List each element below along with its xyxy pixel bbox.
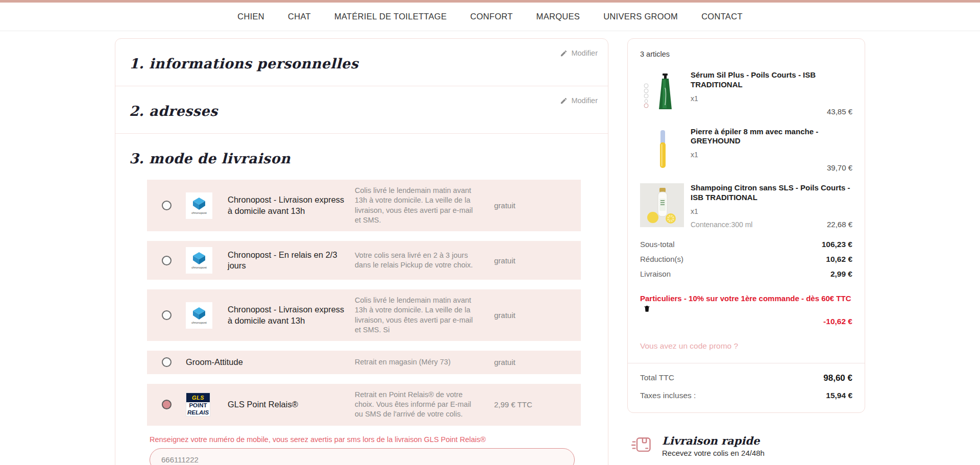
- cart-item: Pierre à épiler 8 mm avec manche - GREYH…: [640, 127, 852, 173]
- gls-logo-line1: POINT: [186, 402, 210, 409]
- delivery-option-description: Votre colis sera livré en 2 à 3 jours da…: [355, 251, 489, 271]
- step-addresses: 2. adresses Modifier: [115, 86, 608, 134]
- delivery-radio[interactable]: [162, 310, 172, 320]
- shipping-label: Livraison: [640, 270, 671, 279]
- pencil-icon: [560, 97, 568, 105]
- delivery-option-groom-attitude[interactable]: Groom-Attitude Retrait en magasin (Méry …: [147, 351, 581, 374]
- reduction-value: 10,62 €: [826, 255, 852, 264]
- nav-item-materiel[interactable]: MATÉRIEL DE TOILETTAGE: [334, 12, 447, 21]
- delivery-option-price: gratuit: [489, 311, 581, 320]
- taxes-value: 15,94 €: [826, 391, 852, 400]
- gls-logo-brand: GLS: [186, 393, 210, 402]
- delivery-option-title: Groom-Attitude: [186, 357, 355, 368]
- cart-item-name: Pierre à épiler 8 mm avec manche - GREYH…: [691, 127, 852, 146]
- delivery-radio[interactable]: [162, 357, 172, 367]
- step-title-delivery-mode: 3. mode de livraison: [115, 134, 608, 166]
- delivery-option-price: gratuit: [489, 358, 581, 366]
- delivery-option-price: gratuit: [489, 201, 581, 210]
- nav-item-confort[interactable]: CONFORT: [470, 12, 512, 21]
- reduction-row: Réduction(s) 10,62 €: [640, 255, 852, 264]
- taxes-row: Taxes incluses : 15,94 €: [640, 391, 852, 400]
- chronopost-logo-label: chronopost: [191, 211, 207, 214]
- delivery-radio[interactable]: [162, 201, 172, 210]
- step-personal-info: 1. informations personnelles Modifier: [115, 39, 608, 86]
- delivery-option-price: gratuit: [489, 256, 581, 265]
- total-ttc-label: Total TTC: [640, 373, 674, 383]
- promo-amount: -10,62 €: [640, 317, 852, 326]
- shipping-row: Livraison 2,99 €: [640, 270, 852, 279]
- modify-personal-info-button[interactable]: Modifier: [560, 49, 598, 57]
- chronopost-logo-icon: chronopost: [186, 192, 212, 219]
- chronopost-logo-icon: chronopost: [186, 302, 212, 329]
- delivery-option-chronopost-express[interactable]: chronopost Chronopost - Livraison expres…: [147, 180, 581, 231]
- modify-addresses-button[interactable]: Modifier: [560, 96, 598, 105]
- nav-item-chat[interactable]: CHAT: [288, 12, 311, 21]
- delivery-option-gls-point-relais[interactable]: GLS POINT RELAIS GLS Point Relais® Retra…: [147, 384, 581, 426]
- cart-item-attribute: Contenance:300 ml: [691, 221, 752, 229]
- delivery-option-title: Chronopost - Livraison express à domicil…: [228, 194, 355, 216]
- step-delivery-mode: 3. mode de livraison chronopost Chronopo…: [115, 134, 608, 465]
- subtotal-row: Sous-total 106,23 €: [640, 240, 852, 249]
- reassurance-section: Livraison rapide Recevez votre colis en …: [627, 434, 865, 465]
- shipping-box-icon: [631, 434, 653, 456]
- nav-item-chien[interactable]: CHIEN: [237, 12, 264, 21]
- shampoo-product-image: [640, 183, 684, 227]
- reassurance-subtitle: Recevez votre colis en 24/48h: [662, 449, 765, 457]
- chronopost-logo-icon: chronopost: [186, 247, 212, 274]
- reassurance-fast-delivery: Livraison rapide Recevez votre colis en …: [631, 434, 865, 457]
- delivery-option-price: 2,99 € TTC: [489, 400, 581, 409]
- applied-promo-block: Particuliers - 10% sur votre 1ère comman…: [640, 293, 852, 326]
- pencil-icon: [560, 50, 568, 57]
- delivery-radio[interactable]: [162, 400, 172, 409]
- cart-item-qty: x1: [691, 151, 852, 159]
- cart-summary-card: 3 articles Sérum Sil Plus: [627, 38, 865, 413]
- reduction-label: Réduction(s): [640, 255, 683, 264]
- gls-logo-line2: RELAIS: [186, 409, 210, 416]
- gls-logo-icon: GLS POINT RELAIS: [186, 393, 210, 416]
- total-ttc-row: Total TTC 98,60 €: [640, 373, 852, 383]
- promo-code-link[interactable]: Vous avez un code promo ?: [640, 341, 852, 351]
- cart-item-price: 39,70 €: [827, 163, 852, 172]
- delivery-option-description: Colis livré le lendemain matin avant 13h…: [355, 186, 489, 225]
- delivery-radio[interactable]: [162, 256, 172, 265]
- cart-item-qty: x1: [691, 94, 852, 103]
- cart-item: Sérum Sil Plus - Poils Courts - ISB TRAD…: [640, 70, 852, 116]
- nav-item-univers-groom[interactable]: UNIVERS GROOM: [603, 12, 678, 21]
- nav-item-contact[interactable]: CONTACT: [701, 12, 743, 21]
- order-summary-column: 3 articles Sérum Sil Plus: [627, 38, 865, 465]
- reassurance-title: Livraison rapide: [662, 434, 765, 447]
- serum-product-image: [640, 70, 684, 114]
- taxes-label: Taxes incluses :: [640, 391, 696, 400]
- cart-item: Shampoing Citron sans SLS - Poils Courts…: [640, 183, 852, 229]
- nav-item-marques[interactable]: MARQUES: [536, 12, 580, 21]
- checkout-card: 1. informations personnelles Modifier 2.…: [115, 38, 608, 465]
- articles-count: 3 articles: [640, 50, 852, 58]
- delivery-option-title: Chronopost - Livraison express à domicil…: [228, 304, 355, 326]
- step-title-addresses: 2. adresses: [115, 86, 608, 119]
- delivery-option-description: Retrait en Point Relais® de votre choix.…: [355, 390, 489, 420]
- cart-item-price: 43,85 €: [827, 107, 852, 116]
- cart-item-name: Sérum Sil Plus - Poils Courts - ISB TRAD…: [691, 70, 852, 90]
- stripping-stone-product-image: [640, 127, 684, 171]
- delivery-option-description: Colis livré le lendemain matin avant 13h…: [355, 296, 489, 335]
- step-title-personal-info: 1. informations personnelles: [115, 39, 608, 71]
- shipping-value: 2,99 €: [830, 270, 852, 279]
- delivery-options-list: chronopost Chronopost - Livraison expres…: [147, 180, 581, 426]
- delivery-option-title: GLS Point Relais®: [228, 399, 355, 410]
- delivery-option-title: Chronopost - En relais en 2/3 jours: [228, 250, 355, 272]
- main-navigation: CHIEN CHAT MATÉRIEL DE TOILETTAGE CONFOR…: [0, 3, 980, 31]
- delivery-option-chronopost-express-2[interactable]: chronopost Chronopost - Livraison expres…: [147, 289, 581, 341]
- delivery-option-chronopost-relais[interactable]: chronopost Chronopost - En relais en 2/3…: [147, 241, 581, 280]
- chronopost-logo-label: chronopost: [191, 321, 207, 324]
- cart-item-name: Shampoing Citron sans SLS - Poils Courts…: [691, 183, 852, 203]
- trash-icon[interactable]: [643, 304, 651, 313]
- cart-item-price: 22,68 €: [827, 220, 852, 229]
- modify-label: Modifier: [571, 96, 598, 105]
- sms-phone-notice: Renseignez votre numéro de mobile, vous …: [150, 435, 581, 444]
- mobile-phone-input[interactable]: [150, 448, 575, 465]
- promo-label: Particuliers - 10% sur votre 1ère comman…: [640, 294, 851, 303]
- modify-label: Modifier: [571, 49, 598, 57]
- delivery-option-description: Retrait en magasin (Méry 73): [355, 357, 489, 367]
- chronopost-logo-label: chronopost: [191, 266, 207, 269]
- subtotal-label: Sous-total: [640, 240, 675, 249]
